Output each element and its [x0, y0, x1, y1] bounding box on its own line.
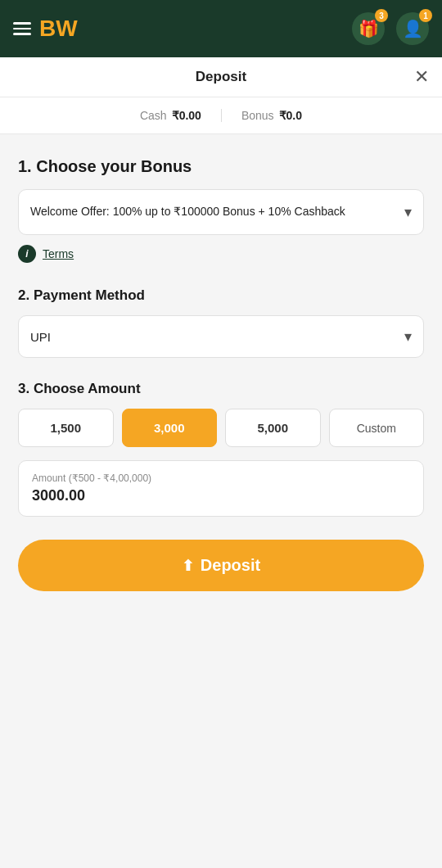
deposit-title: Deposit [16, 69, 426, 85]
info-icon: i [18, 245, 36, 263]
deposit-btn-label: Deposit [201, 556, 260, 575]
bonus-option-text: Welcome Offer: 100% up to ₹100000 Bonus … [30, 204, 398, 220]
bonus-value: ₹0.0 [279, 109, 302, 122]
main-content: 1. Choose your Bonus Welcome Offer: 100%… [0, 134, 442, 616]
terms-link[interactable]: Terms [43, 247, 74, 260]
header-left: B W [13, 17, 78, 40]
user-icon-wrap[interactable]: 👤 1 [396, 12, 429, 45]
deposit-btn-icon: ⬆ [182, 557, 194, 575]
amount-grid: 1,500 3,000 5,000 Custom [18, 409, 424, 447]
bonus-balance: Bonus ₹0.0 [222, 109, 322, 122]
payment-method-text: UPI [30, 330, 51, 344]
step2-heading: 2. Payment Method [18, 287, 424, 304]
logo: B W [39, 17, 78, 40]
payment-method-dropdown[interactable]: UPI ▾ [18, 315, 424, 358]
hamburger-menu-icon[interactable] [13, 22, 31, 35]
cash-balance: Cash ₹0.00 [120, 109, 222, 122]
gift-icon-wrap[interactable]: 🎁 3 [352, 12, 385, 45]
bonus-dropdown[interactable]: Welcome Offer: 100% up to ₹100000 Bonus … [18, 189, 424, 235]
amount-btn-5000[interactable]: 5,000 [225, 409, 321, 447]
cash-label: Cash [140, 109, 167, 122]
amount-input-box: Amount (₹500 - ₹4,00,000) 3000.00 [18, 460, 424, 517]
close-button[interactable]: ✕ [414, 68, 429, 86]
cash-value: ₹0.00 [172, 109, 201, 122]
payment-chevron-down-icon: ▾ [404, 328, 412, 346]
user-badge: 1 [419, 9, 432, 22]
deposit-bar: Deposit ✕ [0, 57, 442, 97]
app-header: B W 🎁 3 👤 1 [0, 0, 442, 57]
amount-btn-3000[interactable]: 3,000 [122, 409, 218, 447]
amount-btn-1500[interactable]: 1,500 [18, 409, 114, 447]
logo-w-letter: W [56, 17, 77, 40]
amount-input-label: Amount (₹500 - ₹4,00,000) [32, 472, 410, 484]
gift-badge: 3 [375, 9, 388, 22]
terms-row: i Terms [18, 245, 424, 263]
logo-b-letter: B [39, 17, 56, 40]
bonus-chevron-down-icon: ▾ [404, 203, 412, 221]
amount-input-value[interactable]: 3000.00 [32, 487, 410, 504]
balance-row: Cash ₹0.00 Bonus ₹0.0 [0, 97, 442, 134]
amount-btn-custom[interactable]: Custom [329, 409, 425, 447]
deposit-button[interactable]: ⬆ Deposit [18, 540, 424, 591]
step3-heading: 3. Choose Amount [18, 381, 424, 397]
bonus-label: Bonus [241, 109, 274, 122]
header-right: 🎁 3 👤 1 [352, 12, 429, 45]
step1-heading: 1. Choose your Bonus [18, 157, 424, 176]
